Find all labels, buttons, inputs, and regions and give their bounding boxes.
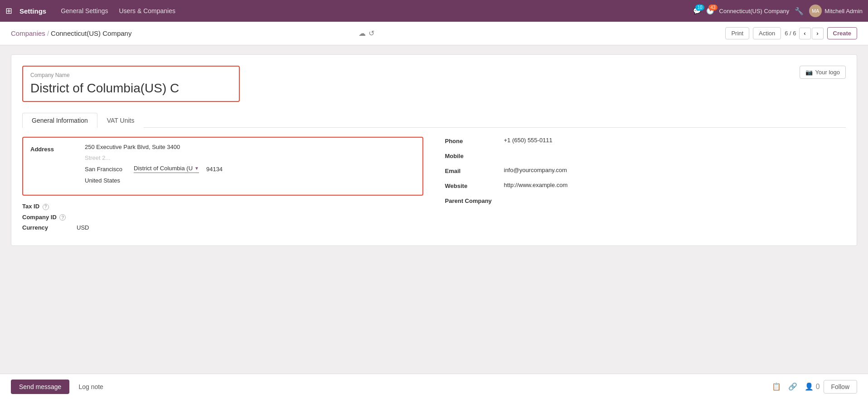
breadcrumb-bar: Companies / Connecticut(US) Company ☁ ↺ … [0,22,868,45]
cloud-upload-icon[interactable]: ☁ [359,29,366,38]
user-name: Mitchell Admin [824,8,863,14]
prev-page-button[interactable]: ‹ [799,28,811,39]
breadcrumb: Companies / Connecticut(US) Company [11,29,355,37]
tax-id-row: Tax ID ? [22,203,423,210]
country-row: United States [85,177,223,184]
state-dropdown-icon: ▼ [194,166,199,171]
print-button[interactable]: Print [725,27,749,39]
follow-button[interactable]: Follow [824,380,857,394]
activity-icon[interactable]: 🕐 43 [706,7,714,14]
wrench-icon[interactable]: 🔧 [795,7,804,15]
street1-row: 250 Executive Park Blvd, Suite 3400 [85,143,223,150]
link-icon[interactable]: 🔗 [788,382,797,391]
street2-placeholder[interactable]: Street 2... [85,154,110,161]
top-navigation: ⊞ Settings General Settings Users & Comp… [0,0,868,22]
breadcrumb-parent[interactable]: Companies [11,29,45,37]
tab-vat-units[interactable]: VAT Units [97,113,144,128]
email-label: Email [445,167,504,174]
company-id-row: Company ID ? [22,214,423,221]
parent-company-label: Parent Company [445,197,504,204]
nav-icons-group: 💬 10 🕐 43 Connecticut(US) Company 🔧 MA M… [693,5,863,17]
currency-value[interactable]: USD [77,224,89,231]
company-name-value[interactable]: District of Columbia(US) C [30,81,232,96]
country-value[interactable]: United States [85,177,120,184]
parent-company-field: Parent Company [445,197,846,204]
followers-icon[interactable]: 👤 0 [805,382,820,391]
apps-icon[interactable]: ⊞ [5,6,12,16]
logo-button[interactable]: 📷 Your logo [800,66,846,79]
action-button[interactable]: Action [753,27,781,39]
company-name-box[interactable]: Company Name District of Columbia(US) C [22,66,240,102]
tab-general-information[interactable]: General Information [22,113,97,128]
send-message-button[interactable]: Send message [11,380,69,394]
tabs: General Information VAT Units [22,113,846,128]
log-note-button[interactable]: Log note [73,380,109,394]
phone-value[interactable]: +1 (650) 555-0111 [504,137,553,144]
tax-id-label: Tax ID ? [22,203,77,210]
breadcrumb-actions: ☁ ↺ [359,29,374,38]
phone-field: Phone +1 (650) 555-0111 [445,137,846,144]
activity-badge: 43 [708,5,717,10]
user-avatar: MA [809,5,822,17]
brand-label: Settings [19,7,46,15]
city-value[interactable]: San Francisco [85,166,130,173]
city-state-zip-row: San Francisco District of Columbia (U ▼ … [85,165,223,173]
nav-users-companies[interactable]: Users & Companies [115,5,179,16]
breadcrumb-current: Connecticut(US) Company [51,29,131,37]
mobile-field: Mobile [445,152,846,159]
website-field: Website http://www.example.com [445,182,846,189]
logo-button-label: Your logo [815,69,840,76]
main-content: Company Name District of Columbia(US) C … [0,45,868,374]
website-label: Website [445,182,504,189]
company-name-label: Company Name [30,72,232,78]
currency-label: Currency [22,224,77,231]
state-value: District of Columbia (U [134,165,193,172]
attachment-icon[interactable]: 📋 [772,382,781,391]
breadcrumb-separator: / [47,29,49,37]
mobile-label: Mobile [445,152,504,159]
address-fields: 250 Executive Park Blvd, Suite 3400 Stre… [85,143,223,184]
page-navigation: 6 / 6 ‹ › [785,28,823,39]
page-arrows: ‹ › [799,28,824,39]
refresh-icon[interactable]: ↺ [369,29,374,38]
next-page-button[interactable]: › [812,28,824,39]
form-left: Address 250 Executive Park Blvd, Suite 3… [22,137,423,235]
camera-icon: 📷 [805,69,813,76]
chat-badge: 10 [695,5,704,10]
bottom-icons: 📋 🔗 👤 0 [772,382,820,391]
email-value[interactable]: info@yourcompany.com [504,167,567,174]
company-name-section: Company Name District of Columbia(US) C … [22,66,846,102]
street1-value[interactable]: 250 Executive Park Blvd, Suite 3400 [85,144,180,150]
form-body: Address 250 Executive Park Blvd, Suite 3… [22,137,846,235]
company-label: Connecticut(US) Company [719,8,790,14]
company-id-label: Company ID ? [22,214,77,221]
page-info: 6 / 6 [785,30,796,37]
state-select[interactable]: District of Columbia (U ▼ [134,165,199,173]
currency-row: Currency USD [22,224,423,231]
address-field-row: Address 250 Executive Park Blvd, Suite 3… [30,143,415,184]
create-button[interactable]: Create [827,27,857,39]
address-box: Address 250 Executive Park Blvd, Suite 3… [22,137,423,196]
street2-row: Street 2... [85,154,223,161]
tax-id-help-icon[interactable]: ? [43,204,49,210]
bottom-bar: Send message Log note 📋 🔗 👤 0 Follow [0,374,868,399]
user-menu[interactable]: MA Mitchell Admin [809,5,863,17]
phone-label: Phone [445,137,504,144]
nav-general-settings[interactable]: General Settings [57,5,112,16]
toolbar-actions: Print Action 6 / 6 ‹ › Create [725,27,857,39]
form-card: Company Name District of Columbia(US) C … [11,54,857,246]
email-field: Email info@yourcompany.com [445,167,846,174]
address-label: Address [30,143,85,153]
chat-icon[interactable]: 💬 10 [693,7,701,14]
followers-count: 0 [816,383,820,390]
website-value[interactable]: http://www.example.com [504,182,568,189]
company-id-help-icon[interactable]: ? [59,214,66,221]
form-right: Phone +1 (650) 555-0111 Mobile Email inf… [445,137,846,235]
zip-value[interactable]: 94134 [206,166,223,173]
